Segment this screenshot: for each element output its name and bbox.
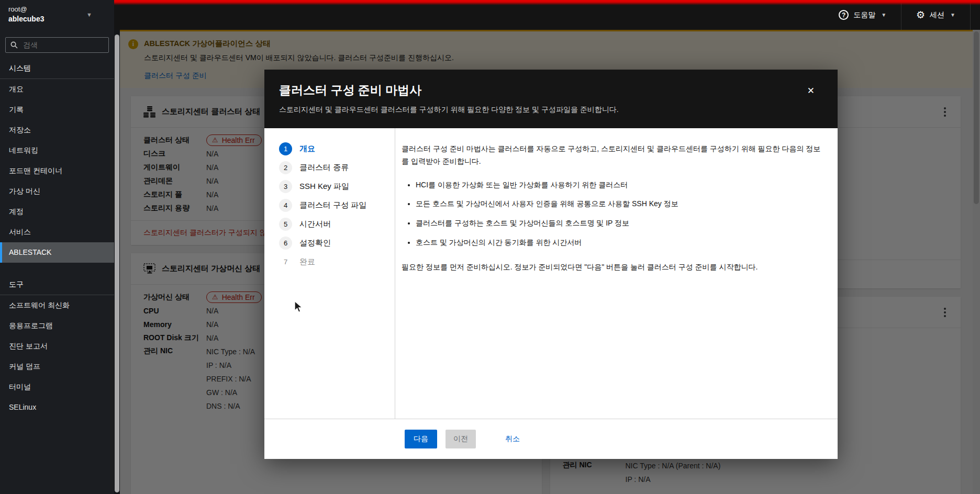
- wizard-step-content: 클러스터 구성 준비 마법사는 클러스터를 자동으로 구성하고, 스토리지센터 …: [395, 128, 838, 419]
- question-icon: ?: [839, 10, 849, 20]
- wizard-outro: 필요한 정보를 먼저 준비하십시오. 정보가 준비되었다면 "다음" 버튼을 눌…: [402, 261, 824, 274]
- sidebar-item-diagnostics[interactable]: 진단 보고서: [0, 336, 114, 356]
- chevron-down-icon: ▼: [881, 12, 886, 18]
- wizard-step-done[interactable]: 7 완료: [279, 255, 395, 268]
- help-label: 도움말: [853, 10, 875, 20]
- cluster-wizard-modal: 클러스터 구성 준비 마법사 스토리지센터 및 클라우드센터 클러스터를 구성하…: [264, 70, 838, 459]
- wizard-step-cluster-config-file[interactable]: 4 클러스터 구성 파일: [279, 199, 395, 212]
- wizard-step-cluster-type[interactable]: 2 클러스터 종류: [279, 161, 395, 174]
- wizard-step-overview[interactable]: 1 개요: [279, 142, 395, 155]
- chevron-down-icon: ▼: [950, 12, 955, 18]
- session-menu[interactable]: ⚙ 세션 ▼: [901, 0, 970, 30]
- wizard-step-confirm[interactable]: 6 설정확인: [279, 237, 395, 250]
- sidebar: 시스템 개요 기록 저장소 네트워킹 포드맨 컨테이너 가상 머신 계정 서비스…: [0, 30, 114, 494]
- sidebar-item-podman[interactable]: 포드맨 컨테이너: [0, 161, 114, 181]
- nav-group-system: 시스템: [0, 55, 114, 79]
- sidebar-item-kdump[interactable]: 커널 덤프: [0, 356, 114, 377]
- close-icon[interactable]: ✕: [805, 83, 817, 98]
- masthead-end-spacer: [971, 0, 980, 30]
- wizard-bullet-list: HCI를 이용한 가상화 또는 일반 가상화를 사용하기 위한 클러스터 모든 …: [402, 179, 824, 249]
- wizard-intro: 클러스터 구성 준비 마법사는 클러스터를 자동으로 구성하고, 스토리지센터 …: [402, 143, 824, 168]
- gear-icon: ⚙: [916, 10, 925, 20]
- sidebar-item-terminal[interactable]: 터미널: [0, 377, 114, 397]
- sidebar-item-applications[interactable]: 응용프로그램: [0, 316, 114, 336]
- cancel-button[interactable]: 취소: [502, 434, 523, 444]
- help-menu[interactable]: ? 도움말 ▼: [824, 0, 901, 30]
- masthead: ? 도움말 ▼ ⚙ 세션 ▼: [114, 0, 980, 30]
- nav-spacer: [0, 263, 114, 271]
- sidebar-item-overview[interactable]: 개요: [0, 79, 114, 99]
- sidebar-scrollbar: [114, 30, 120, 494]
- sidebar-item-services[interactable]: 서비스: [0, 222, 114, 242]
- bullet-item: HCI를 이용한 가상화 또는 일반 가상화를 사용하기 위한 클러스터: [416, 179, 824, 192]
- sidebar-item-accounts[interactable]: 계정: [0, 201, 114, 222]
- wizard-steps: 1 개요 2 클러스터 종류 3 SSH Key 파일 4 클러스터 구성 파일…: [264, 128, 395, 419]
- wizard-footer: 다음 이전 취소: [264, 419, 838, 459]
- wizard-body: 1 개요 2 클러스터 종류 3 SSH Key 파일 4 클러스터 구성 파일…: [264, 128, 838, 419]
- host-switcher[interactable]: root@ ablecube3 ▼: [0, 0, 114, 30]
- next-button[interactable]: 다음: [405, 430, 437, 448]
- sidebar-search[interactable]: [5, 37, 109, 53]
- bullet-item: 모든 호스트 및 가상머신에서 사용자 인증을 위해 공통으로 사용할 SSH …: [416, 198, 824, 210]
- wizard-step-time-server[interactable]: 5 시간서버: [279, 218, 395, 231]
- sidebar-item-networking[interactable]: 네트워킹: [0, 140, 114, 161]
- sidebar-item-ablestack[interactable]: ABLESTACK: [0, 242, 114, 263]
- session-label: 세션: [930, 10, 944, 20]
- sidebar-item-selinux[interactable]: SELinux: [0, 397, 114, 418]
- modal-title: 클러스터 구성 준비 마법사: [279, 82, 823, 98]
- bullet-item: 클러스터를 구성하는 호스트 및 가상머신들의 호스트명 및 IP 정보: [416, 217, 824, 230]
- sidebar-item-storage[interactable]: 저장소: [0, 120, 114, 140]
- sidebar-scrollbar-thumb[interactable]: [115, 35, 119, 492]
- modal-subtitle: 스토리지센터 및 클라우드센터 클러스터를 구성하기 위해 필요한 다양한 정보…: [279, 105, 823, 115]
- page: root@ ablecube3 ▼ ? 도움말 ▼ ⚙ 세션 ▼ 시스템 개요 …: [0, 0, 980, 494]
- sidebar-item-logs[interactable]: 기록: [0, 99, 114, 120]
- modal-header: 클러스터 구성 준비 마법사 스토리지센터 및 클라우드센터 클러스터를 구성하…: [264, 70, 838, 128]
- sidebar-item-software-updates[interactable]: 소프트웨어 최신화: [0, 295, 114, 316]
- wizard-step-ssh-key[interactable]: 3 SSH Key 파일: [279, 180, 395, 193]
- nav-group-tools: 도구: [0, 271, 114, 295]
- search-input[interactable]: [22, 40, 85, 50]
- sidebar-item-vms[interactable]: 가상 머신: [0, 181, 114, 201]
- search-icon: [10, 41, 18, 49]
- bullet-item: 호스트 및 가상머신의 시간 동기화를 위한 시간서버: [416, 237, 824, 249]
- chevron-down-icon: ▼: [86, 12, 92, 18]
- previous-button[interactable]: 이전: [446, 430, 476, 448]
